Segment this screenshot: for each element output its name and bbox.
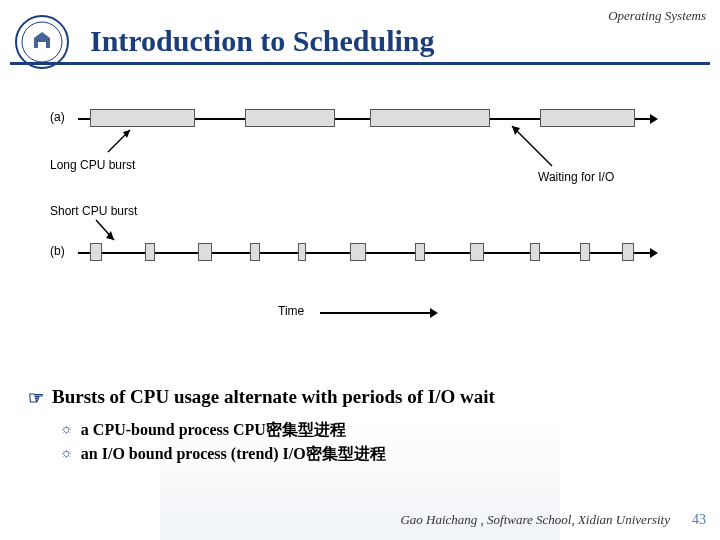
io-burst [622,243,634,261]
cpu-burst [90,109,195,127]
arrow-waiting-io [502,122,562,172]
arrow-long-burst [100,128,140,158]
sun-icon: ☼ [60,442,73,466]
time-arrow [320,312,430,314]
sub-bullet-text: an I/O bound process (trend) I/O密集型进程 [81,442,386,466]
sub-bullet-list: ☼ a CPU-bound process CPU密集型进程 ☼ an I/O … [60,418,692,466]
course-label: Operating Systems [608,8,706,24]
svg-rect-2 [38,42,46,48]
label-time: Time [278,304,304,318]
svg-line-5 [512,126,552,166]
header-divider [10,62,710,65]
label-short-burst: Short CPU burst [50,204,137,218]
io-burst [90,243,102,261]
bullet-content: ☞ Bursts of CPU usage alternate with per… [28,386,692,466]
io-burst [198,243,212,261]
pointer-icon: ☞ [28,386,44,410]
sub-bullet: ☼ an I/O bound process (trend) I/O密集型进程 [60,442,692,466]
slide-title: Introduction to Scheduling [90,24,435,58]
io-burst [145,243,155,261]
page-number: 43 [692,512,706,528]
io-burst [415,243,425,261]
io-burst [530,243,540,261]
label-long-burst: Long CPU burst [50,158,135,172]
footer-credit: Gao Haichang , Software School, Xidian U… [400,512,670,528]
label-waiting-io: Waiting for I/O [538,170,614,184]
io-burst [470,243,484,261]
cpu-burst [370,109,490,127]
sub-bullet-text: a CPU-bound process CPU密集型进程 [81,418,346,442]
sub-bullet: ☼ a CPU-bound process CPU密集型进程 [60,418,692,442]
row-b-label: (b) [50,244,65,258]
main-bullet: ☞ Bursts of CPU usage alternate with per… [28,386,692,410]
io-burst [250,243,260,261]
sun-icon: ☼ [60,418,73,442]
io-burst [580,243,590,261]
burst-diagram: (a) Long CPU burst Waiting for I/O Short… [50,100,670,360]
row-a-label: (a) [50,110,65,124]
io-burst [298,243,306,261]
io-burst [350,243,366,261]
cpu-burst [245,109,335,127]
main-bullet-text: Bursts of CPU usage alternate with perio… [52,386,495,408]
arrow-short-burst [90,218,120,244]
